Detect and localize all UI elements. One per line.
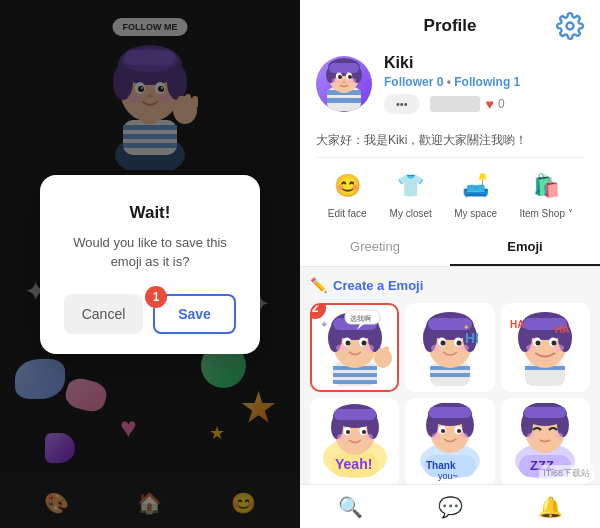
emoji-avatar-5: Thank you~ — [410, 403, 490, 483]
svg-text:选我啊: 选我啊 — [350, 315, 371, 322]
profile-actions: ••• ♥ 0 — [384, 94, 584, 114]
nav-item-shop[interactable]: 🛍️ Item Shop ˅ — [519, 168, 572, 219]
svg-point-110 — [346, 430, 350, 434]
svg-point-39 — [342, 81, 346, 84]
profile-name: Kiki — [384, 54, 584, 72]
svg-point-78 — [440, 340, 445, 345]
svg-point-60 — [364, 344, 374, 351]
profile-avatar-svg — [319, 57, 369, 111]
settings-icon[interactable] — [556, 12, 584, 40]
svg-rect-122 — [429, 407, 471, 418]
emoji-cell-5[interactable]: Thank you~ — [405, 398, 494, 487]
follow-button[interactable]: ••• — [384, 94, 420, 114]
nav-edit-face-label: Edit face — [328, 208, 367, 219]
modal-body: Would you like to save this emoji as it … — [64, 233, 236, 272]
svg-point-125 — [441, 429, 445, 433]
modal-overlay: Wait! Would you like to save this emoji … — [0, 0, 300, 528]
svg-rect-63 — [384, 346, 389, 357]
svg-point-97 — [554, 344, 564, 351]
svg-rect-107 — [334, 409, 376, 420]
svg-point-112 — [337, 434, 345, 440]
svg-point-41 — [348, 78, 356, 84]
emoji-cell-2[interactable]: HI ✦ — [405, 303, 494, 392]
heart-icon: ♥ — [486, 96, 494, 112]
svg-point-137 — [527, 433, 535, 439]
tab-greeting[interactable]: Greeting — [300, 229, 450, 266]
nav-icons-row: 😊 Edit face 👕 My closet 🛋️ My space 🛍️ I… — [316, 157, 584, 229]
nav-my-space-label: My space — [454, 208, 497, 219]
svg-point-25 — [567, 23, 574, 30]
svg-point-37 — [338, 75, 342, 79]
svg-text:Thank: Thank — [426, 460, 456, 471]
nav-my-closet-label: My closet — [390, 208, 432, 219]
nav-my-space[interactable]: 🛋️ My space — [454, 168, 497, 219]
emoji-avatar-2: HI ✦ — [410, 308, 490, 388]
svg-point-127 — [432, 433, 440, 439]
save-modal: Wait! Would you like to save this emoji … — [40, 175, 260, 354]
svg-text:you~: you~ — [438, 471, 458, 481]
svg-point-95 — [552, 340, 557, 345]
pencil-icon: ✏️ — [310, 277, 327, 293]
create-emoji-label: Create a Emoji — [333, 278, 423, 293]
right-bottom-bar: 🔍 💬 🔔 — [300, 484, 600, 528]
svg-point-40 — [332, 78, 340, 84]
svg-point-58 — [361, 340, 366, 345]
chat-bottom-icon[interactable]: 💬 — [438, 495, 463, 519]
svg-point-96 — [526, 344, 536, 351]
svg-text:✦: ✦ — [320, 319, 328, 330]
left-panel: FOLLOW ME — [0, 0, 300, 528]
profile-bio: 大家好：我是Kiki，歡迎大家關注我喲！ — [316, 124, 584, 157]
content-tabs: Greeting Emoji — [300, 229, 600, 267]
edit-face-icon: 😊 — [327, 168, 367, 204]
like-area: ♥ 0 — [486, 96, 505, 112]
svg-point-126 — [457, 429, 461, 433]
emoji-cell-4[interactable]: Yeah! — [310, 398, 399, 487]
svg-point-57 — [345, 340, 350, 345]
svg-rect-28 — [327, 98, 361, 103]
svg-rect-48 — [333, 380, 377, 384]
profile-stats: Follower 0 • Following 1 — [384, 75, 584, 89]
svg-text:HA: HA — [510, 319, 524, 330]
modal-title: Wait! — [64, 203, 236, 223]
save-button[interactable]: 1 Save — [153, 294, 236, 334]
my-space-icon: 🛋️ — [456, 168, 496, 204]
svg-point-111 — [362, 430, 366, 434]
svg-rect-34 — [329, 63, 359, 73]
profile-title: Profile — [344, 16, 556, 36]
svg-point-128 — [460, 433, 468, 439]
item-shop-icon: 🛍️ — [526, 168, 566, 204]
svg-text:HA: HA — [555, 324, 569, 335]
svg-point-138 — [555, 433, 563, 439]
placeholder-bar — [430, 96, 480, 112]
emoji-avatar-4: Yeah! — [315, 403, 395, 483]
cancel-button[interactable]: Cancel — [64, 294, 143, 334]
emoji-avatar-3: HA HA — [505, 308, 585, 388]
create-emoji-button[interactable]: ✏️ Create a Emoji — [310, 277, 590, 293]
svg-point-113 — [365, 434, 373, 440]
tab-emoji[interactable]: Emoji — [450, 229, 600, 266]
svg-point-94 — [536, 340, 541, 345]
svg-text:✦: ✦ — [463, 323, 470, 332]
my-closet-icon: 👕 — [391, 168, 431, 204]
svg-text:HI: HI — [465, 330, 479, 346]
emoji-cell-1[interactable]: 2 ✦ ✦ ✦ — [310, 303, 399, 392]
svg-point-80 — [431, 344, 441, 351]
right-panel: Profile — [300, 0, 600, 528]
svg-rect-69 — [430, 373, 470, 377]
emoji-avatar-1: ✦ ✦ ✦ — [315, 308, 395, 388]
svg-rect-136 — [524, 407, 566, 418]
nav-my-closet[interactable]: 👕 My closet — [390, 168, 432, 219]
svg-point-59 — [336, 344, 346, 351]
emoji-cell-3[interactable]: HA HA — [501, 303, 590, 392]
svg-text:Yeah!: Yeah! — [335, 456, 372, 472]
svg-point-79 — [456, 340, 461, 345]
svg-rect-62 — [378, 348, 383, 359]
notification-bottom-icon[interactable]: 🔔 — [538, 495, 563, 519]
modal-buttons: Cancel 1 Save — [64, 294, 236, 334]
nav-edit-face[interactable]: 😊 Edit face — [327, 168, 367, 219]
search-bottom-icon[interactable]: 🔍 — [338, 495, 363, 519]
profile-header: Profile — [300, 0, 600, 229]
emoji-grid: 2 ✦ ✦ ✦ — [310, 303, 590, 488]
profile-text: Kiki Follower 0 • Following 1 ••• ♥ 0 — [384, 54, 584, 114]
nav-item-shop-label: Item Shop ˅ — [519, 208, 572, 219]
